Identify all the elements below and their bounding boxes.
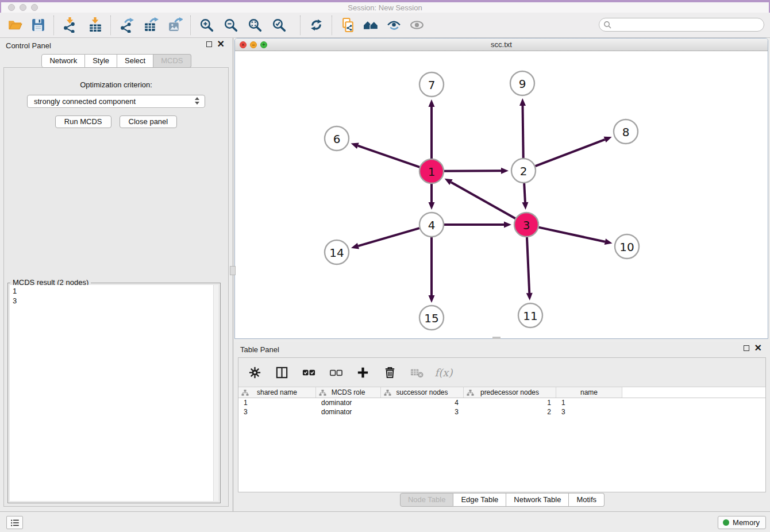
- hide-selected-button[interactable]: [384, 16, 403, 35]
- graph-edge-3-1[interactable]: [451, 182, 515, 218]
- table-row[interactable]: 3dominator323: [238, 407, 765, 417]
- checked-boxes-icon: [302, 365, 316, 380]
- graph-edge-arrowhead: [351, 143, 359, 149]
- add-column-button[interactable]: [355, 364, 371, 381]
- graph-edge-4-14[interactable]: [358, 228, 419, 246]
- network-window-title: scc.txt: [235, 40, 768, 49]
- panel-splitter-handle[interactable]: [230, 266, 236, 275]
- graph-edge-1-2[interactable]: [444, 171, 501, 171]
- close-panel-button[interactable]: Close panel: [120, 115, 178, 128]
- column-header-MCDS-role[interactable]: MCDS role: [316, 387, 381, 398]
- graph-node-label-7: 7: [428, 78, 436, 92]
- graph-edge-1-6[interactable]: [358, 146, 419, 167]
- graph-edge-arrowhead: [522, 202, 528, 210]
- tab-network[interactable]: Network: [41, 54, 85, 68]
- result-scrollbar[interactable]: [213, 285, 218, 501]
- column-view-button[interactable]: [274, 364, 290, 381]
- table-row[interactable]: 1dominator411: [238, 398, 765, 407]
- mcds-result-text: 1 3: [10, 285, 218, 307]
- table-settings-button[interactable]: [247, 364, 263, 381]
- table-panel-title: Table Panel: [240, 345, 279, 354]
- table-panel-content: f(x) shared nameMCDS rolesuccessor nodes…: [238, 357, 766, 492]
- graph-edge-3-10[interactable]: [538, 228, 605, 242]
- float-panel-icon[interactable]: [206, 41, 212, 47]
- tab-node-table[interactable]: Node Table: [400, 493, 454, 507]
- search-input[interactable]: [599, 18, 764, 32]
- tab-mcds[interactable]: MCDS: [153, 54, 191, 68]
- home-button[interactable]: [361, 16, 380, 35]
- status-bar: Memory: [0, 511, 770, 532]
- select-all-columns-button[interactable]: [301, 364, 317, 381]
- open-session-button[interactable]: [6, 16, 24, 35]
- zoom-in-button[interactable]: [197, 16, 215, 35]
- control-panel-tabs: Network Style Select MCDS: [0, 54, 233, 68]
- graph-node-label-6: 6: [333, 132, 341, 146]
- deselect-all-columns-button[interactable]: [328, 364, 344, 381]
- zoom-fit-icon: [247, 17, 263, 33]
- search-icon: [603, 21, 611, 29]
- tab-edge-table[interactable]: Edge Table: [453, 493, 506, 507]
- float-table-panel-icon[interactable]: [744, 345, 749, 351]
- graph-edge-arrowhead: [429, 202, 435, 210]
- node-table-header-row: shared nameMCDS rolesuccessor nodesprede…: [238, 387, 765, 398]
- import-table-icon: [87, 17, 103, 33]
- show-eye-icon: [409, 17, 425, 33]
- tab-select[interactable]: Select: [117, 54, 153, 68]
- open-folder-icon: [7, 17, 23, 33]
- task-history-button[interactable]: [6, 516, 23, 529]
- graph-edge-2-9[interactable]: [523, 106, 523, 158]
- column-header-successor-nodes[interactable]: successor nodes: [381, 387, 464, 398]
- close-panel-icon[interactable]: ✕: [217, 41, 225, 48]
- clone-network-button[interactable]: [338, 16, 357, 35]
- graph-node-label-15: 15: [424, 311, 438, 325]
- export-image-button[interactable]: [165, 16, 184, 35]
- memory-button[interactable]: Memory: [718, 516, 766, 529]
- network-canvas[interactable]: 7968124314101511: [235, 51, 768, 338]
- optimization-criterion-dropdown[interactable]: strongly connected component: [27, 95, 205, 108]
- column-header-name[interactable]: name: [556, 387, 622, 398]
- table-toolbar: f(x): [238, 358, 765, 387]
- table-panel: Table Panel ✕: [234, 342, 770, 511]
- network-window-titlebar[interactable]: × – + scc.txt: [235, 38, 768, 51]
- close-table-panel-icon[interactable]: ✕: [754, 345, 762, 352]
- column-header-predecessor-nodes[interactable]: predecessor nodes: [464, 387, 556, 398]
- save-session-button[interactable]: [29, 16, 47, 35]
- graph-node-label-8: 8: [622, 125, 630, 139]
- tab-network-table[interactable]: Network Table: [506, 493, 569, 507]
- delete-column-button[interactable]: [382, 364, 398, 381]
- control-panel-title: Control Panel: [6, 41, 51, 50]
- tab-style[interactable]: Style: [85, 54, 117, 68]
- toolbar-separator: [332, 16, 332, 35]
- show-all-button[interactable]: [407, 16, 426, 35]
- export-network-button[interactable]: [117, 16, 136, 35]
- graph-edge-2-8[interactable]: [536, 140, 605, 166]
- graph-node-label-11: 11: [523, 309, 537, 323]
- refresh-layout-button[interactable]: [307, 16, 325, 35]
- save-floppy-icon: [30, 17, 46, 33]
- trash-icon: [383, 365, 397, 380]
- graph-edge-3-11[interactable]: [527, 237, 529, 293]
- app-title: Session: New Session: [1, 3, 769, 12]
- function-builder-button[interactable]: f(x): [436, 364, 452, 381]
- zoom-fit-button[interactable]: [245, 16, 264, 35]
- graph-node-label-10: 10: [619, 240, 634, 254]
- graph-edge-arrowhead: [605, 238, 613, 245]
- delete-table-button[interactable]: [409, 364, 425, 381]
- graph-edge-arrowhead: [351, 243, 359, 249]
- zoom-out-button[interactable]: [221, 16, 240, 35]
- graph-edge-2-3[interactable]: [524, 183, 525, 202]
- mcds-result-box[interactable]: 1 3: [10, 285, 218, 501]
- unchecked-boxes-icon: [329, 365, 343, 380]
- tab-motifs[interactable]: Motifs: [569, 493, 605, 507]
- control-panel: Control Panel ✕ Network Style Select MCD…: [0, 38, 233, 511]
- network-resize-handle[interactable]: [492, 337, 500, 339]
- graph-edge-arrowhead: [429, 295, 435, 303]
- run-mcds-button[interactable]: Run MCDS: [55, 115, 111, 128]
- export-table-button[interactable]: [141, 16, 160, 35]
- zoom-selected-button[interactable]: [270, 16, 288, 35]
- graph-edge-arrowhead: [526, 293, 533, 300]
- import-table-button[interactable]: [86, 16, 104, 35]
- import-network-button[interactable]: [60, 16, 79, 35]
- memory-status-icon: [723, 519, 729, 526]
- column-header-shared-name[interactable]: shared name: [238, 387, 316, 398]
